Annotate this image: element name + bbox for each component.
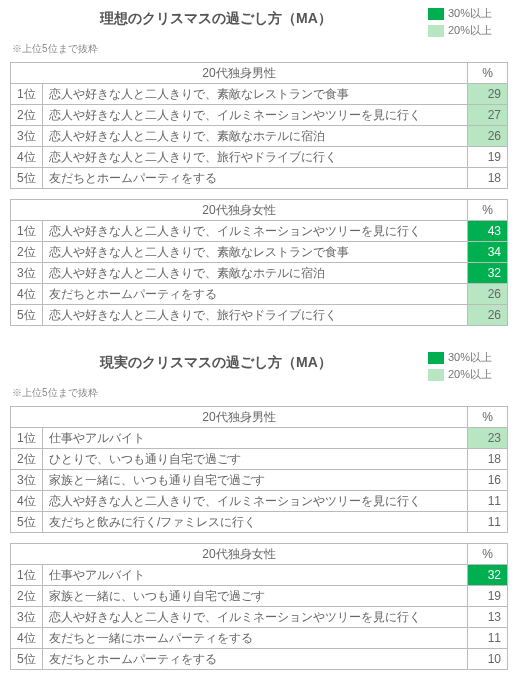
item-cell: 恋人や好きな人と二人きりで、素敵なホテルに宿泊 xyxy=(43,263,468,284)
rank-cell: 4位 xyxy=(11,491,43,512)
table-header: 20代独身女性 xyxy=(11,544,468,565)
item-cell: 恋人や好きな人と二人きりで、旅行やドライブに行く xyxy=(43,147,468,168)
ranking-table: 20代独身男性%1位仕事やアルバイト232位ひとりで、いつも通り自宅で過ごす18… xyxy=(10,406,508,533)
item-cell: 友だちと一緒にホームパーティをする xyxy=(43,628,468,649)
pct-cell: 10 xyxy=(468,649,508,670)
pct-cell: 29 xyxy=(468,84,508,105)
item-cell: 家族と一緒に、いつも通り自宅で過ごす xyxy=(43,470,468,491)
ranking-table: 20代独身女性%1位恋人や好きな人と二人きりで、イルミネーションやツリーを見に行… xyxy=(10,199,508,326)
section: 現実のクリスマスの過ごし方（MA）30%以上20%以上※上位5位まで抜粋20代独… xyxy=(0,344,518,673)
table-header: 20代独身男性 xyxy=(11,407,468,428)
pct-cell: 32 xyxy=(468,263,508,284)
item-cell: 友だちと飲みに行く/ファミレスに行く xyxy=(43,512,468,533)
footnote: ※上位5位まで抜粋 xyxy=(12,386,508,400)
legend-label-high: 30%以上 xyxy=(448,6,492,21)
rank-cell: 5位 xyxy=(11,649,43,670)
legend: 30%以上20%以上 xyxy=(428,6,508,40)
table-row: 5位友だちとホームパーティをする18 xyxy=(11,168,508,189)
legend-swatch-light xyxy=(428,25,444,37)
pct-cell: 11 xyxy=(468,491,508,512)
pct-cell: 23 xyxy=(468,428,508,449)
pct-header: % xyxy=(468,200,508,221)
table-row: 4位友だちとホームパーティをする26 xyxy=(11,284,508,305)
table-row: 1位仕事やアルバイト32 xyxy=(11,565,508,586)
section-title: 理想のクリスマスの過ごし方（MA） xyxy=(10,6,422,28)
item-cell: ひとりで、いつも通り自宅で過ごす xyxy=(43,449,468,470)
item-cell: 仕事やアルバイト xyxy=(43,428,468,449)
legend-row-high: 30%以上 xyxy=(428,6,508,21)
pct-cell: 27 xyxy=(468,105,508,126)
pct-cell: 26 xyxy=(468,305,508,326)
pct-header: % xyxy=(468,544,508,565)
table-row: 3位家族と一緒に、いつも通り自宅で過ごす16 xyxy=(11,470,508,491)
item-cell: 恋人や好きな人と二人きりで、素敵なレストランで食事 xyxy=(43,242,468,263)
rank-cell: 4位 xyxy=(11,628,43,649)
rank-cell: 3位 xyxy=(11,607,43,628)
pct-cell: 19 xyxy=(468,147,508,168)
item-cell: 恋人や好きな人と二人きりで、素敵なホテルに宿泊 xyxy=(43,126,468,147)
section: 理想のクリスマスの過ごし方（MA）30%以上20%以上※上位5位まで抜粋20代独… xyxy=(0,0,518,344)
item-cell: 友だちとホームパーティをする xyxy=(43,168,468,189)
legend-row-high: 30%以上 xyxy=(428,350,508,365)
rank-cell: 4位 xyxy=(11,284,43,305)
title-row: 理想のクリスマスの過ごし方（MA）30%以上20%以上 xyxy=(10,0,508,40)
section-title: 現実のクリスマスの過ごし方（MA） xyxy=(10,350,422,372)
rank-cell: 1位 xyxy=(11,565,43,586)
table-row: 4位友だちと一緒にホームパーティをする11 xyxy=(11,628,508,649)
rank-cell: 2位 xyxy=(11,242,43,263)
table-row: 5位恋人や好きな人と二人きりで、旅行やドライブに行く26 xyxy=(11,305,508,326)
item-cell: 仕事やアルバイト xyxy=(43,565,468,586)
table-row: 2位ひとりで、いつも通り自宅で過ごす18 xyxy=(11,449,508,470)
table-row: 5位友だちと飲みに行く/ファミレスに行く11 xyxy=(11,512,508,533)
table-row: 2位家族と一緒に、いつも通り自宅で過ごす19 xyxy=(11,586,508,607)
legend-row-mid: 20%以上 xyxy=(428,367,508,382)
rank-cell: 4位 xyxy=(11,147,43,168)
pct-header: % xyxy=(468,407,508,428)
table-header-row: 20代独身男性% xyxy=(11,407,508,428)
legend-row-mid: 20%以上 xyxy=(428,23,508,38)
pct-cell: 19 xyxy=(468,586,508,607)
pct-cell: 26 xyxy=(468,126,508,147)
pct-cell: 13 xyxy=(468,607,508,628)
rank-cell: 5位 xyxy=(11,305,43,326)
rank-cell: 3位 xyxy=(11,126,43,147)
item-cell: 恋人や好きな人と二人きりで、イルミネーションやツリーを見に行く xyxy=(43,105,468,126)
table-row: 1位恋人や好きな人と二人きりで、素敵なレストランで食事29 xyxy=(11,84,508,105)
table-header: 20代独身女性 xyxy=(11,200,468,221)
item-cell: 家族と一緒に、いつも通り自宅で過ごす xyxy=(43,586,468,607)
table-row: 1位恋人や好きな人と二人きりで、イルミネーションやツリーを見に行く43 xyxy=(11,221,508,242)
rank-cell: 5位 xyxy=(11,168,43,189)
rank-cell: 2位 xyxy=(11,105,43,126)
table-row: 4位恋人や好きな人と二人きりで、イルミネーションやツリーを見に行く11 xyxy=(11,491,508,512)
pct-cell: 43 xyxy=(468,221,508,242)
legend-label-mid: 20%以上 xyxy=(448,23,492,38)
pct-cell: 16 xyxy=(468,470,508,491)
ranking-table: 20代独身女性%1位仕事やアルバイト322位家族と一緒に、いつも通り自宅で過ごす… xyxy=(10,543,508,670)
pct-cell: 11 xyxy=(468,512,508,533)
title-row: 現実のクリスマスの過ごし方（MA）30%以上20%以上 xyxy=(10,344,508,384)
ranking-table: 20代独身男性%1位恋人や好きな人と二人きりで、素敵なレストランで食事292位恋… xyxy=(10,62,508,189)
item-cell: 恋人や好きな人と二人きりで、イルミネーションやツリーを見に行く xyxy=(43,491,468,512)
legend: 30%以上20%以上 xyxy=(428,350,508,384)
rank-cell: 1位 xyxy=(11,221,43,242)
legend-swatch-light xyxy=(428,369,444,381)
rank-cell: 5位 xyxy=(11,512,43,533)
table-header-row: 20代独身女性% xyxy=(11,544,508,565)
pct-cell: 26 xyxy=(468,284,508,305)
rank-cell: 3位 xyxy=(11,470,43,491)
item-cell: 恋人や好きな人と二人きりで、イルミネーションやツリーを見に行く xyxy=(43,607,468,628)
item-cell: 恋人や好きな人と二人きりで、素敵なレストランで食事 xyxy=(43,84,468,105)
footnote: ※上位5位まで抜粋 xyxy=(12,42,508,56)
table-header-row: 20代独身女性% xyxy=(11,200,508,221)
legend-swatch-dark xyxy=(428,8,444,20)
rank-cell: 3位 xyxy=(11,263,43,284)
pct-cell: 18 xyxy=(468,449,508,470)
legend-label-mid: 20%以上 xyxy=(448,367,492,382)
pct-cell: 11 xyxy=(468,628,508,649)
table-row: 1位仕事やアルバイト23 xyxy=(11,428,508,449)
legend-swatch-dark xyxy=(428,352,444,364)
item-cell: 恋人や好きな人と二人きりで、イルミネーションやツリーを見に行く xyxy=(43,221,468,242)
pct-cell: 18 xyxy=(468,168,508,189)
rank-cell: 2位 xyxy=(11,586,43,607)
table-row: 3位恋人や好きな人と二人きりで、素敵なホテルに宿泊32 xyxy=(11,263,508,284)
